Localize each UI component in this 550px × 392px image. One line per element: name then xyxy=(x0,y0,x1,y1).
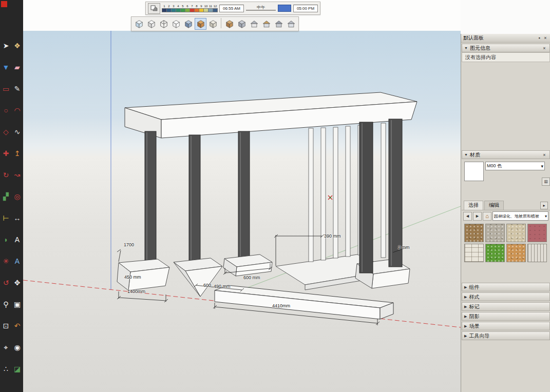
view-left-button[interactable] xyxy=(285,18,297,30)
swatch-gravel-gray[interactable] xyxy=(485,224,505,242)
zoom-extents-tool[interactable]: ⊡ xyxy=(1,315,12,337)
follow-me-tool[interactable]: ↝ xyxy=(12,164,23,186)
tab-edit[interactable]: 编辑 xyxy=(484,201,504,210)
month-11[interactable]: 11 xyxy=(208,5,213,12)
forward-icon[interactable]: ► xyxy=(473,212,482,221)
time-slider-handle[interactable] xyxy=(278,5,291,12)
orbit-tool[interactable]: ↺ xyxy=(1,272,12,293)
swatch-pebbles[interactable] xyxy=(506,224,526,242)
month-8[interactable]: 8 xyxy=(195,5,199,12)
look-around-tool[interactable]: ◉ xyxy=(12,337,23,358)
select-tool[interactable]: ➤ xyxy=(1,35,12,56)
pan-tool[interactable]: ✥ xyxy=(12,272,23,293)
text-tool[interactable]: A xyxy=(12,229,23,250)
material-preview[interactable] xyxy=(464,162,484,181)
paint-bucket-tool[interactable]: ▼ xyxy=(1,56,12,78)
footing-middle[interactable] xyxy=(223,254,272,276)
material-name-field[interactable]: M00 色 ▾ xyxy=(485,162,545,170)
line-tool[interactable]: ✎ xyxy=(12,78,23,100)
view-back-button[interactable] xyxy=(273,18,285,30)
column-group[interactable] xyxy=(145,131,250,268)
section-plane-tool[interactable]: ◪ xyxy=(12,358,23,380)
close-panel-icon[interactable]: × xyxy=(542,35,548,41)
month-3[interactable]: 3 xyxy=(172,5,176,12)
column-group-right[interactable] xyxy=(359,119,402,273)
tape-measure-tool[interactable]: ⊢ xyxy=(1,207,12,229)
pin-icon[interactable]: ▪ xyxy=(536,35,542,41)
push-pull-tool[interactable]: ↥ xyxy=(12,143,23,164)
month-9[interactable]: 9 xyxy=(199,5,203,12)
tray-section-标记[interactable]: ▶标记 xyxy=(462,302,550,311)
tray-section-样式[interactable]: ▶样式 xyxy=(462,292,550,301)
swatch-fence-white[interactable] xyxy=(527,244,547,262)
dimension-tool[interactable]: ↔ xyxy=(12,207,23,229)
month-4[interactable]: 4 xyxy=(176,5,180,12)
walk-tool[interactable]: ∴ xyxy=(1,358,12,380)
rectangle-tool[interactable]: ▭ xyxy=(1,78,12,100)
wireframe-style-button[interactable] xyxy=(158,18,169,30)
position-camera-tool[interactable]: ⌖ xyxy=(1,337,12,358)
material-category-dropdown[interactable]: 园林绿化、地被层和植被 ▾ xyxy=(492,211,548,221)
move-tool[interactable]: ✚ xyxy=(1,143,12,164)
monochrome-style-button[interactable] xyxy=(207,18,219,30)
swatch-gravel-brown[interactable] xyxy=(464,224,484,242)
entity-info-header[interactable]: ▼ 图元信息 × xyxy=(462,44,550,52)
shaded-textures-style-button[interactable] xyxy=(195,18,206,30)
zoom-window-tool[interactable]: ▣ xyxy=(12,293,23,315)
freehand-tool[interactable]: ∿ xyxy=(12,121,23,143)
top-slab[interactable] xyxy=(125,92,417,138)
view-front-button[interactable] xyxy=(248,18,260,30)
swatch-grass-green[interactable] xyxy=(485,244,505,262)
arc-tool[interactable]: ◠ xyxy=(12,100,23,121)
slat-group[interactable] xyxy=(309,123,386,262)
view-top-button[interactable] xyxy=(236,18,248,30)
month-5[interactable]: 5 xyxy=(181,5,185,12)
month-10[interactable]: 10 xyxy=(204,5,208,12)
tray-section-场景[interactable]: ▶场景 xyxy=(462,322,550,330)
make-component-tool[interactable]: ❖ xyxy=(12,35,23,56)
zoom-tool[interactable]: ⚲ xyxy=(1,293,12,315)
previous-view-tool[interactable]: ↶ xyxy=(12,315,23,337)
modeling-viewport[interactable]: 1700 450 mm 1400mm 600 mm 600 490 mm 441… xyxy=(23,31,461,392)
shadow-toggle-button[interactable] xyxy=(148,3,160,14)
tray-section-阴影[interactable]: ▶阴影 xyxy=(462,312,550,321)
month-7[interactable]: 7 xyxy=(190,5,194,12)
tray-section-组件[interactable]: ▶组件 xyxy=(462,283,550,291)
materials-header[interactable]: ▼ 材质 × xyxy=(462,150,550,159)
eraser-tool[interactable]: ▰ xyxy=(12,56,23,78)
swatch-mulch-tan[interactable] xyxy=(506,244,526,262)
chevron-down-icon[interactable]: ▾ xyxy=(541,164,543,169)
time-end-field[interactable]: 05:00 PM xyxy=(293,5,318,12)
month-2[interactable]: 2 xyxy=(167,5,171,12)
detail-arrow-icon[interactable]: ▸ xyxy=(540,202,548,209)
xray-style-button[interactable] xyxy=(133,18,145,30)
create-material-button[interactable]: ⊞ xyxy=(542,178,550,186)
scale-tool[interactable]: ▞ xyxy=(1,186,12,207)
circle-tool[interactable]: ○ xyxy=(1,100,12,121)
month-label: 4 xyxy=(177,5,179,8)
shaded-style-button[interactable] xyxy=(182,18,194,30)
axes-tool[interactable]: ✳ xyxy=(1,250,12,272)
rotate-tool[interactable]: ↻ xyxy=(1,164,12,186)
swatch-stone-red[interactable] xyxy=(527,224,547,242)
view-right-button[interactable] xyxy=(260,18,272,30)
close-section-icon[interactable]: × xyxy=(541,45,547,51)
back-icon[interactable]: ◄ xyxy=(463,212,472,221)
month-12[interactable]: 12 xyxy=(213,5,217,12)
time-start-field[interactable]: 06:55 AM xyxy=(219,5,244,12)
month-6[interactable]: 6 xyxy=(185,5,189,12)
time-slider[interactable]: 中午 xyxy=(246,4,276,12)
tray-section-工具向导[interactable]: ▶工具向导 xyxy=(462,331,550,340)
back-edges-style-button[interactable] xyxy=(145,18,157,30)
offset-tool[interactable]: ◎ xyxy=(12,186,23,207)
in-model-icon[interactable]: ⌂ xyxy=(483,212,491,221)
month-1[interactable]: 1 xyxy=(162,5,166,12)
hidden-line-style-button[interactable] xyxy=(170,18,182,30)
polygon-tool[interactable]: ◇ xyxy=(1,121,12,143)
protractor-tool[interactable]: ◗ xyxy=(1,229,12,250)
swatch-pavers-white[interactable] xyxy=(464,244,484,262)
view-iso-button[interactable] xyxy=(223,18,235,30)
close-section-icon[interactable]: × xyxy=(541,152,547,158)
tab-select[interactable]: 选择 xyxy=(464,201,483,210)
3d-text-tool[interactable]: A xyxy=(12,250,23,272)
